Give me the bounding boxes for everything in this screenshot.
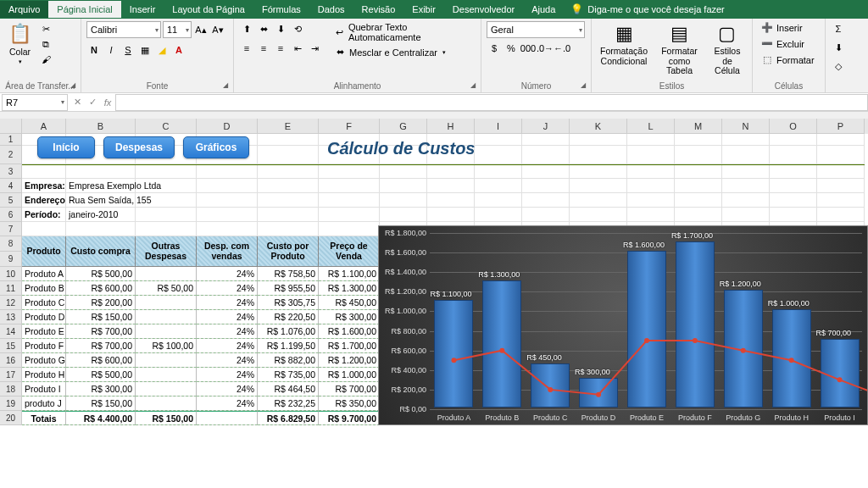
indent-dec-button[interactable]: ⇤ — [290, 41, 305, 56]
row-header-3[interactable]: 3 — [0, 164, 22, 179]
cell-J1[interactable] — [522, 134, 570, 146]
table-total-1[interactable]: R$ 4.400,00 — [66, 411, 136, 425]
table-header-3[interactable]: Desp. com vendas — [197, 236, 258, 267]
cell-G5[interactable] — [380, 193, 427, 208]
select-all-corner[interactable] — [0, 119, 22, 134]
border-button[interactable]: ▦ — [137, 42, 153, 58]
tab-help[interactable]: Ajuda — [523, 1, 564, 18]
table-cell-r0-c2[interactable] — [136, 267, 197, 281]
table-header-0[interactable]: Produto — [22, 236, 66, 267]
table-cell-r6-c3[interactable]: 24% — [197, 353, 258, 368]
info-value-1[interactable]: Rua Sem Saída, 155 — [66, 193, 319, 208]
table-cell-r2-c5[interactable]: R$ 450,00 — [319, 296, 380, 310]
cell-N6[interactable] — [722, 208, 770, 222]
cell-E7[interactable] — [258, 222, 319, 236]
row-header-17[interactable]: 17 — [0, 368, 22, 382]
col-header-G[interactable]: G — [380, 119, 427, 134]
table-cell-r8-c3[interactable]: 24% — [197, 382, 258, 396]
font-color-button[interactable]: A — [171, 42, 186, 58]
table-cell-r9-c0[interactable]: produto J — [22, 396, 66, 411]
cell-O4[interactable] — [770, 179, 817, 193]
row-header-20[interactable]: 20 — [0, 411, 22, 425]
table-cell-r4-c3[interactable]: 24% — [197, 324, 258, 339]
cell-F6[interactable] — [319, 208, 380, 222]
cell-L3[interactable] — [627, 164, 675, 179]
bar-6[interactable] — [724, 290, 763, 408]
align-left-button[interactable]: ≡ — [239, 41, 254, 56]
cells-area[interactable]: InícioDespesasGráficosCálculo de CustosE… — [22, 134, 868, 425]
cell-I4[interactable] — [475, 179, 522, 193]
table-cell-r4-c0[interactable]: Produto E — [22, 324, 66, 339]
table-cell-r0-c5[interactable]: R$ 1.100,00 — [319, 267, 380, 281]
cell-N4[interactable] — [722, 179, 770, 193]
table-header-1[interactable]: Custo compra — [66, 236, 136, 267]
bold-button[interactable]: N — [86, 42, 102, 58]
cell-I1[interactable] — [475, 134, 522, 146]
tab-file[interactable]: Arquivo — [0, 1, 48, 18]
italic-button[interactable]: I — [103, 42, 119, 58]
cell-F3[interactable] — [319, 164, 380, 179]
tab-layout[interactable]: Layout da Página — [164, 1, 253, 18]
percent-button[interactable]: % — [504, 41, 519, 56]
cell-N2[interactable] — [722, 146, 770, 164]
autosum-button[interactable]: Σ — [831, 21, 846, 36]
insert-cells-button[interactable]: ➕Inserir — [758, 21, 805, 34]
table-cell-r8-c0[interactable]: Produto I — [22, 382, 66, 396]
cell-I6[interactable] — [475, 208, 522, 222]
cell-I5[interactable] — [475, 193, 522, 208]
row-header-18[interactable]: 18 — [0, 382, 22, 396]
col-header-H[interactable]: H — [427, 119, 475, 134]
align-middle-button[interactable]: ⬌ — [256, 21, 271, 36]
table-cell-r2-c3[interactable]: 24% — [197, 296, 258, 310]
cell-M1[interactable] — [675, 134, 722, 146]
cell-K3[interactable] — [570, 164, 627, 179]
cell-L6[interactable] — [627, 208, 675, 222]
table-total-4[interactable]: R$ 6.829,50 — [258, 411, 319, 425]
cell-N1[interactable] — [722, 134, 770, 146]
paste-button[interactable]: 📋Colar▾ — [5, 21, 35, 67]
tab-home[interactable]: Página Inicial — [48, 1, 120, 18]
col-header-L[interactable]: L — [627, 119, 675, 134]
row-header-6[interactable]: 6 — [0, 208, 22, 222]
cell-J2[interactable] — [522, 146, 570, 164]
align-top-button[interactable]: ⬆ — [239, 21, 254, 36]
cell-N3[interactable] — [722, 164, 770, 179]
cell-O5[interactable] — [770, 193, 817, 208]
cell-styles-button[interactable]: ▢Estilos de Célula — [708, 21, 747, 78]
currency-button[interactable]: $ — [487, 41, 502, 56]
info-label-2[interactable]: Período: — [22, 208, 66, 222]
cell-D7[interactable] — [197, 222, 258, 236]
table-cell-r4-c5[interactable]: R$ 1.600,00 — [319, 324, 380, 339]
cell-O3[interactable] — [770, 164, 817, 179]
table-cell-r0-c0[interactable]: Produto A — [22, 267, 66, 281]
wrap-text-button[interactable]: ↩Quebrar Texto Automaticamente — [331, 21, 476, 43]
chart[interactable]: R$ 0,00R$ 200,00R$ 400,00R$ 600,00R$ 800… — [378, 225, 868, 425]
cell-H6[interactable] — [427, 208, 475, 222]
cell-C7[interactable] — [136, 222, 197, 236]
table-cell-r2-c2[interactable] — [136, 296, 197, 310]
font-size-combo[interactable]: 11 — [163, 21, 192, 38]
table-cell-r7-c5[interactable]: R$ 1.000,00 — [319, 368, 380, 382]
font-launcher[interactable]: ◢ — [223, 81, 228, 89]
table-cell-r3-c1[interactable]: R$ 150,00 — [66, 310, 136, 324]
table-cell-r3-c3[interactable]: 24% — [197, 310, 258, 324]
cell-P1[interactable] — [817, 134, 865, 146]
cell-M2[interactable] — [675, 146, 722, 164]
cell-E3[interactable] — [258, 164, 319, 179]
row-header-9[interactable]: 9 — [0, 252, 22, 267]
table-cell-r8-c2[interactable] — [136, 382, 197, 396]
cell-H5[interactable] — [427, 193, 475, 208]
table-cell-r9-c1[interactable]: R$ 150,00 — [66, 396, 136, 411]
cell-I3[interactable] — [475, 164, 522, 179]
cell-P2[interactable] — [817, 146, 865, 164]
table-cell-r8-c4[interactable]: R$ 464,50 — [258, 382, 319, 396]
table-cell-r6-c5[interactable]: R$ 1.200,00 — [319, 353, 380, 368]
cell-B3[interactable] — [66, 164, 136, 179]
table-cell-r0-c4[interactable]: R$ 758,50 — [258, 267, 319, 281]
table-cell-r7-c3[interactable]: 24% — [197, 368, 258, 382]
tab-formulas[interactable]: Fórmulas — [253, 1, 309, 18]
table-cell-r9-c2[interactable] — [136, 396, 197, 411]
cell-O6[interactable] — [770, 208, 817, 222]
cell-P5[interactable] — [817, 193, 865, 208]
row-header-8[interactable]: 8 — [0, 236, 22, 252]
